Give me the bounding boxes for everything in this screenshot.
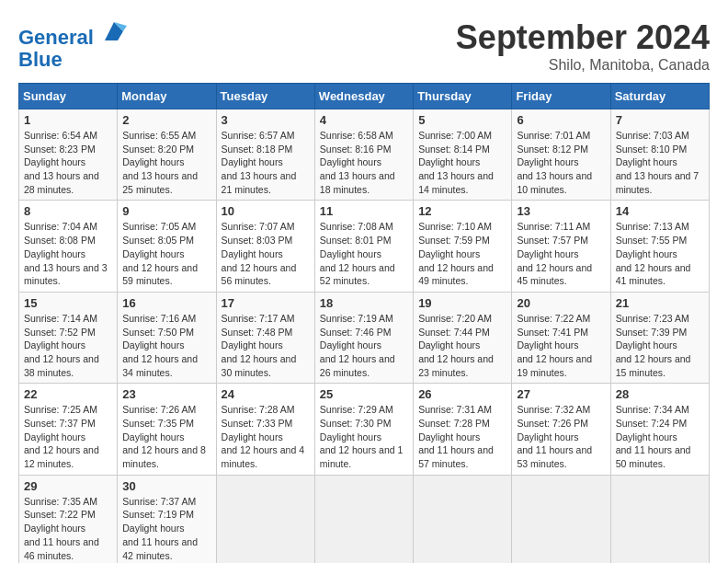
calendar-cell: 18 Sunrise: 7:19 AMSunset: 7:46 PMDaylig… xyxy=(314,292,413,383)
day-detail: Sunrise: 7:25 AMSunset: 7:37 PMDaylight … xyxy=(24,403,112,470)
day-number: 8 xyxy=(24,204,112,218)
logo-blue: Blue xyxy=(18,49,127,71)
calendar-cell: 24 Sunrise: 7:28 AMSunset: 7:33 PMDaylig… xyxy=(216,384,314,475)
page-header: General Blue September 2024 Shilo, Manit… xyxy=(18,18,710,74)
day-number: 6 xyxy=(517,113,605,127)
weekday-header: Saturday xyxy=(610,84,709,109)
day-detail: Sunrise: 6:55 AMSunset: 8:20 PMDaylight … xyxy=(122,129,210,196)
weekday-header-row: SundayMondayTuesdayWednesdayThursdayFrid… xyxy=(19,84,710,109)
day-detail: Sunrise: 7:07 AMSunset: 8:03 PMDaylight … xyxy=(222,220,310,287)
day-number: 25 xyxy=(320,387,408,401)
calendar-cell: 27 Sunrise: 7:32 AMSunset: 7:26 PMDaylig… xyxy=(512,384,610,475)
day-detail: Sunrise: 7:01 AMSunset: 8:12 PMDaylight … xyxy=(517,129,605,196)
day-detail: Sunrise: 7:03 AMSunset: 8:10 PMDaylight … xyxy=(616,129,704,196)
day-detail: Sunrise: 7:31 AMSunset: 7:28 PMDaylight … xyxy=(418,403,506,470)
day-number: 22 xyxy=(24,387,112,401)
day-detail: Sunrise: 7:37 AMSunset: 7:19 PMDaylight … xyxy=(122,495,210,562)
calendar-cell: 9 Sunrise: 7:05 AMSunset: 8:05 PMDayligh… xyxy=(118,201,216,292)
calendar-cell: 1 Sunrise: 6:54 AMSunset: 8:23 PMDayligh… xyxy=(19,109,118,201)
day-detail: Sunrise: 7:23 AMSunset: 7:39 PMDaylight … xyxy=(616,312,704,379)
day-number: 21 xyxy=(616,296,704,310)
logo-text: General xyxy=(18,18,127,49)
day-number: 26 xyxy=(418,387,506,401)
location-title: Shilo, Manitoba, Canada xyxy=(456,57,710,74)
day-detail: Sunrise: 7:34 AMSunset: 7:24 PMDaylight … xyxy=(616,403,704,470)
calendar-cell: 30 Sunrise: 7:37 AMSunset: 7:19 PMDaylig… xyxy=(118,475,216,563)
day-detail: Sunrise: 7:35 AMSunset: 7:22 PMDaylight … xyxy=(24,495,112,562)
day-number: 15 xyxy=(24,296,112,310)
day-number: 7 xyxy=(616,113,704,127)
day-number: 2 xyxy=(122,113,210,127)
day-detail: Sunrise: 7:08 AMSunset: 8:01 PMDaylight … xyxy=(320,220,408,287)
day-detail: Sunrise: 6:58 AMSunset: 8:16 PMDaylight … xyxy=(320,129,408,196)
calendar-cell xyxy=(216,475,314,563)
day-detail: Sunrise: 7:28 AMSunset: 7:33 PMDaylight … xyxy=(222,403,310,470)
calendar-week-row: 29 Sunrise: 7:35 AMSunset: 7:22 PMDaylig… xyxy=(19,475,710,563)
calendar-cell: 2 Sunrise: 6:55 AMSunset: 8:20 PMDayligh… xyxy=(118,109,216,201)
day-detail: Sunrise: 7:19 AMSunset: 7:46 PMDaylight … xyxy=(320,312,408,379)
day-number: 3 xyxy=(222,113,310,127)
day-detail: Sunrise: 6:57 AMSunset: 8:18 PMDaylight … xyxy=(222,129,310,196)
day-detail: Sunrise: 7:14 AMSunset: 7:52 PMDaylight … xyxy=(24,312,112,379)
calendar-cell: 28 Sunrise: 7:34 AMSunset: 7:24 PMDaylig… xyxy=(610,384,709,475)
weekday-header: Tuesday xyxy=(216,84,314,109)
calendar-cell: 21 Sunrise: 7:23 AMSunset: 7:39 PMDaylig… xyxy=(610,292,709,383)
day-number: 4 xyxy=(320,113,408,127)
day-number: 30 xyxy=(122,479,210,493)
calendar-cell: 12 Sunrise: 7:10 AMSunset: 7:59 PMDaylig… xyxy=(414,201,512,292)
day-number: 18 xyxy=(320,296,408,310)
calendar-week-row: 1 Sunrise: 6:54 AMSunset: 8:23 PMDayligh… xyxy=(19,109,710,201)
logo: General Blue xyxy=(18,18,127,71)
calendar-week-row: 8 Sunrise: 7:04 AMSunset: 8:08 PMDayligh… xyxy=(19,201,710,292)
day-detail: Sunrise: 7:20 AMSunset: 7:44 PMDaylight … xyxy=(418,312,506,379)
day-number: 23 xyxy=(122,387,210,401)
day-number: 11 xyxy=(320,204,408,218)
day-detail: Sunrise: 7:05 AMSunset: 8:05 PMDaylight … xyxy=(122,220,210,287)
calendar-cell: 15 Sunrise: 7:14 AMSunset: 7:52 PMDaylig… xyxy=(19,292,118,383)
weekday-header: Sunday xyxy=(19,84,118,109)
calendar-cell: 19 Sunrise: 7:20 AMSunset: 7:44 PMDaylig… xyxy=(414,292,512,383)
day-number: 14 xyxy=(616,204,704,218)
calendar-cell: 22 Sunrise: 7:25 AMSunset: 7:37 PMDaylig… xyxy=(19,384,118,475)
weekday-header: Friday xyxy=(512,84,610,109)
calendar-cell xyxy=(414,475,512,563)
calendar-week-row: 15 Sunrise: 7:14 AMSunset: 7:52 PMDaylig… xyxy=(19,292,710,383)
day-number: 12 xyxy=(418,204,506,218)
calendar-cell: 4 Sunrise: 6:58 AMSunset: 8:16 PMDayligh… xyxy=(314,109,413,201)
calendar-cell xyxy=(512,475,610,563)
day-detail: Sunrise: 7:26 AMSunset: 7:35 PMDaylight … xyxy=(122,403,210,470)
day-number: 27 xyxy=(517,387,605,401)
day-number: 28 xyxy=(616,387,704,401)
calendar-cell: 23 Sunrise: 7:26 AMSunset: 7:35 PMDaylig… xyxy=(118,384,216,475)
weekday-header: Wednesday xyxy=(314,84,413,109)
calendar-cell: 16 Sunrise: 7:16 AMSunset: 7:50 PMDaylig… xyxy=(118,292,216,383)
day-detail: Sunrise: 7:10 AMSunset: 7:59 PMDaylight … xyxy=(418,220,506,287)
day-number: 13 xyxy=(517,204,605,218)
calendar-cell: 29 Sunrise: 7:35 AMSunset: 7:22 PMDaylig… xyxy=(19,475,118,563)
calendar-cell: 20 Sunrise: 7:22 AMSunset: 7:41 PMDaylig… xyxy=(512,292,610,383)
calendar-cell xyxy=(314,475,413,563)
calendar-cell: 25 Sunrise: 7:29 AMSunset: 7:30 PMDaylig… xyxy=(314,384,413,475)
day-number: 16 xyxy=(122,296,210,310)
day-detail: Sunrise: 7:13 AMSunset: 7:55 PMDaylight … xyxy=(616,220,704,287)
day-number: 5 xyxy=(418,113,506,127)
day-number: 9 xyxy=(122,204,210,218)
calendar-cell: 7 Sunrise: 7:03 AMSunset: 8:10 PMDayligh… xyxy=(610,109,709,201)
calendar-cell: 17 Sunrise: 7:17 AMSunset: 7:48 PMDaylig… xyxy=(216,292,314,383)
day-number: 10 xyxy=(222,204,310,218)
calendar-cell xyxy=(610,475,709,563)
calendar-cell: 10 Sunrise: 7:07 AMSunset: 8:03 PMDaylig… xyxy=(216,201,314,292)
calendar-cell: 8 Sunrise: 7:04 AMSunset: 8:08 PMDayligh… xyxy=(19,201,118,292)
calendar-week-row: 22 Sunrise: 7:25 AMSunset: 7:37 PMDaylig… xyxy=(19,384,710,475)
calendar-cell: 26 Sunrise: 7:31 AMSunset: 7:28 PMDaylig… xyxy=(414,384,512,475)
day-detail: Sunrise: 7:04 AMSunset: 8:08 PMDaylight … xyxy=(24,220,112,287)
calendar-cell: 11 Sunrise: 7:08 AMSunset: 8:01 PMDaylig… xyxy=(314,201,413,292)
day-detail: Sunrise: 7:16 AMSunset: 7:50 PMDaylight … xyxy=(122,312,210,379)
day-detail: Sunrise: 6:54 AMSunset: 8:23 PMDaylight … xyxy=(24,129,112,196)
calendar-table: SundayMondayTuesdayWednesdayThursdayFrid… xyxy=(18,83,710,563)
day-number: 1 xyxy=(24,113,112,127)
day-detail: Sunrise: 7:00 AMSunset: 8:14 PMDaylight … xyxy=(418,129,506,196)
calendar-cell: 14 Sunrise: 7:13 AMSunset: 7:55 PMDaylig… xyxy=(610,201,709,292)
calendar-cell: 3 Sunrise: 6:57 AMSunset: 8:18 PMDayligh… xyxy=(216,109,314,201)
calendar-cell: 6 Sunrise: 7:01 AMSunset: 8:12 PMDayligh… xyxy=(512,109,610,201)
